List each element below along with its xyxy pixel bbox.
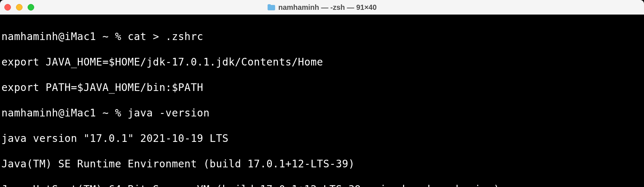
terminal-line: export JAVA_HOME=$HOME/jdk-17.0.1.jdk/Co… (1, 56, 643, 68)
maximize-button[interactable] (28, 4, 34, 11)
terminal-line: export PATH=$JAVA_HOME/bin:$PATH (1, 81, 643, 94)
terminal-line: namhaminh@iMac1 ~ % cat > .zshrc (1, 30, 643, 43)
folder-icon (267, 4, 275, 11)
terminal-line: java version "17.0.1" 2021-10-19 LTS (1, 132, 643, 145)
terminal-line: namhaminh@iMac1 ~ % java -version (1, 107, 643, 119)
window-title-text: namhaminh — -zsh — 91×40 (278, 3, 377, 12)
terminal-output[interactable]: namhaminh@iMac1 ~ % cat > .zshrc export … (0, 15, 644, 187)
window-titlebar[interactable]: namhaminh — -zsh — 91×40 (0, 0, 644, 15)
minimize-button[interactable] (16, 4, 23, 11)
terminal-line: Java HotSpot(TM) 64-Bit Server VM (build… (1, 183, 643, 187)
close-button[interactable] (4, 4, 11, 11)
window-title: namhaminh — -zsh — 91×40 (267, 3, 377, 12)
traffic-lights (4, 4, 34, 11)
terminal-line: Java(TM) SE Runtime Environment (build 1… (1, 158, 643, 170)
